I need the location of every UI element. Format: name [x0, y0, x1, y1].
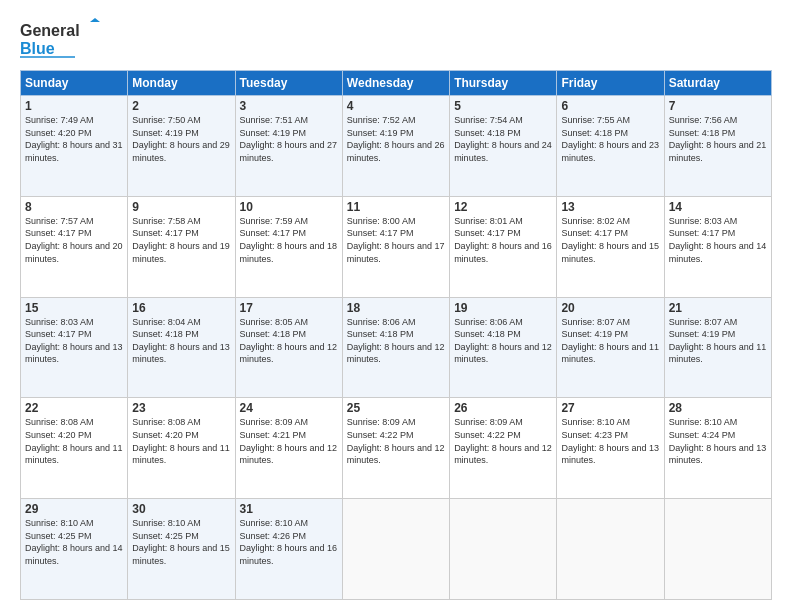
- day-info: Sunrise: 8:04 AMSunset: 4:18 PMDaylight:…: [132, 316, 230, 366]
- day-info: Sunrise: 7:52 AMSunset: 4:19 PMDaylight:…: [347, 114, 445, 164]
- week-row-2: 8Sunrise: 7:57 AMSunset: 4:17 PMDaylight…: [21, 196, 772, 297]
- logo-svg: General Blue: [20, 18, 110, 60]
- day-info: Sunrise: 8:09 AMSunset: 4:21 PMDaylight:…: [240, 416, 338, 466]
- header: General Blue: [20, 18, 772, 60]
- day-info: Sunrise: 8:08 AMSunset: 4:20 PMDaylight:…: [25, 416, 123, 466]
- day-info: Sunrise: 8:07 AMSunset: 4:19 PMDaylight:…: [561, 316, 659, 366]
- day-cell: 7Sunrise: 7:56 AMSunset: 4:18 PMDaylight…: [664, 96, 771, 197]
- day-number: 28: [669, 401, 767, 415]
- svg-marker-1: [90, 18, 100, 22]
- day-cell: 31Sunrise: 8:10 AMSunset: 4:26 PMDayligh…: [235, 499, 342, 600]
- day-info: Sunrise: 8:06 AMSunset: 4:18 PMDaylight:…: [347, 316, 445, 366]
- day-cell: 11Sunrise: 8:00 AMSunset: 4:17 PMDayligh…: [342, 196, 449, 297]
- day-info: Sunrise: 7:50 AMSunset: 4:19 PMDaylight:…: [132, 114, 230, 164]
- day-number: 18: [347, 301, 445, 315]
- day-cell: 5Sunrise: 7:54 AMSunset: 4:18 PMDaylight…: [450, 96, 557, 197]
- day-number: 21: [669, 301, 767, 315]
- day-info: Sunrise: 8:10 AMSunset: 4:25 PMDaylight:…: [132, 517, 230, 567]
- day-info: Sunrise: 7:55 AMSunset: 4:18 PMDaylight:…: [561, 114, 659, 164]
- day-info: Sunrise: 8:07 AMSunset: 4:19 PMDaylight:…: [669, 316, 767, 366]
- day-number: 16: [132, 301, 230, 315]
- day-number: 30: [132, 502, 230, 516]
- day-cell: 24Sunrise: 8:09 AMSunset: 4:21 PMDayligh…: [235, 398, 342, 499]
- day-info: Sunrise: 7:59 AMSunset: 4:17 PMDaylight:…: [240, 215, 338, 265]
- day-cell: 15Sunrise: 8:03 AMSunset: 4:17 PMDayligh…: [21, 297, 128, 398]
- day-info: Sunrise: 7:54 AMSunset: 4:18 PMDaylight:…: [454, 114, 552, 164]
- day-info: Sunrise: 8:10 AMSunset: 4:26 PMDaylight:…: [240, 517, 338, 567]
- day-cell: 26Sunrise: 8:09 AMSunset: 4:22 PMDayligh…: [450, 398, 557, 499]
- day-number: 15: [25, 301, 123, 315]
- day-number: 20: [561, 301, 659, 315]
- week-row-4: 22Sunrise: 8:08 AMSunset: 4:20 PMDayligh…: [21, 398, 772, 499]
- day-cell: 30Sunrise: 8:10 AMSunset: 4:25 PMDayligh…: [128, 499, 235, 600]
- column-header-monday: Monday: [128, 71, 235, 96]
- day-number: 6: [561, 99, 659, 113]
- day-cell: 9Sunrise: 7:58 AMSunset: 4:17 PMDaylight…: [128, 196, 235, 297]
- day-info: Sunrise: 7:51 AMSunset: 4:19 PMDaylight:…: [240, 114, 338, 164]
- day-number: 5: [454, 99, 552, 113]
- day-info: Sunrise: 7:56 AMSunset: 4:18 PMDaylight:…: [669, 114, 767, 164]
- day-number: 19: [454, 301, 552, 315]
- svg-text:General: General: [20, 22, 80, 39]
- column-header-thursday: Thursday: [450, 71, 557, 96]
- day-number: 31: [240, 502, 338, 516]
- day-number: 14: [669, 200, 767, 214]
- day-info: Sunrise: 8:09 AMSunset: 4:22 PMDaylight:…: [454, 416, 552, 466]
- day-cell: 14Sunrise: 8:03 AMSunset: 4:17 PMDayligh…: [664, 196, 771, 297]
- calendar-header-row: SundayMondayTuesdayWednesdayThursdayFrid…: [21, 71, 772, 96]
- day-cell: 28Sunrise: 8:10 AMSunset: 4:24 PMDayligh…: [664, 398, 771, 499]
- day-info: Sunrise: 8:10 AMSunset: 4:25 PMDaylight:…: [25, 517, 123, 567]
- day-cell: [664, 499, 771, 600]
- day-cell: 16Sunrise: 8:04 AMSunset: 4:18 PMDayligh…: [128, 297, 235, 398]
- week-row-5: 29Sunrise: 8:10 AMSunset: 4:25 PMDayligh…: [21, 499, 772, 600]
- day-number: 7: [669, 99, 767, 113]
- day-cell: 12Sunrise: 8:01 AMSunset: 4:17 PMDayligh…: [450, 196, 557, 297]
- day-number: 10: [240, 200, 338, 214]
- day-cell: 25Sunrise: 8:09 AMSunset: 4:22 PMDayligh…: [342, 398, 449, 499]
- day-cell: 22Sunrise: 8:08 AMSunset: 4:20 PMDayligh…: [21, 398, 128, 499]
- day-cell: 23Sunrise: 8:08 AMSunset: 4:20 PMDayligh…: [128, 398, 235, 499]
- day-number: 23: [132, 401, 230, 415]
- column-header-tuesday: Tuesday: [235, 71, 342, 96]
- day-number: 27: [561, 401, 659, 415]
- day-number: 9: [132, 200, 230, 214]
- day-number: 3: [240, 99, 338, 113]
- week-row-3: 15Sunrise: 8:03 AMSunset: 4:17 PMDayligh…: [21, 297, 772, 398]
- day-info: Sunrise: 8:10 AMSunset: 4:23 PMDaylight:…: [561, 416, 659, 466]
- column-header-wednesday: Wednesday: [342, 71, 449, 96]
- day-cell: 13Sunrise: 8:02 AMSunset: 4:17 PMDayligh…: [557, 196, 664, 297]
- day-number: 22: [25, 401, 123, 415]
- day-cell: 3Sunrise: 7:51 AMSunset: 4:19 PMDaylight…: [235, 96, 342, 197]
- day-cell: 8Sunrise: 7:57 AMSunset: 4:17 PMDaylight…: [21, 196, 128, 297]
- day-info: Sunrise: 7:57 AMSunset: 4:17 PMDaylight:…: [25, 215, 123, 265]
- day-info: Sunrise: 8:03 AMSunset: 4:17 PMDaylight:…: [669, 215, 767, 265]
- day-cell: 20Sunrise: 8:07 AMSunset: 4:19 PMDayligh…: [557, 297, 664, 398]
- day-info: Sunrise: 8:06 AMSunset: 4:18 PMDaylight:…: [454, 316, 552, 366]
- column-header-sunday: Sunday: [21, 71, 128, 96]
- svg-text:Blue: Blue: [20, 40, 55, 57]
- day-cell: 27Sunrise: 8:10 AMSunset: 4:23 PMDayligh…: [557, 398, 664, 499]
- day-info: Sunrise: 8:02 AMSunset: 4:17 PMDaylight:…: [561, 215, 659, 265]
- day-number: 12: [454, 200, 552, 214]
- column-header-saturday: Saturday: [664, 71, 771, 96]
- day-number: 8: [25, 200, 123, 214]
- calendar-table: SundayMondayTuesdayWednesdayThursdayFrid…: [20, 70, 772, 600]
- day-cell: [450, 499, 557, 600]
- day-cell: 18Sunrise: 8:06 AMSunset: 4:18 PMDayligh…: [342, 297, 449, 398]
- day-number: 13: [561, 200, 659, 214]
- day-info: Sunrise: 8:01 AMSunset: 4:17 PMDaylight:…: [454, 215, 552, 265]
- day-cell: 2Sunrise: 7:50 AMSunset: 4:19 PMDaylight…: [128, 96, 235, 197]
- day-number: 25: [347, 401, 445, 415]
- day-cell: [342, 499, 449, 600]
- day-cell: 17Sunrise: 8:05 AMSunset: 4:18 PMDayligh…: [235, 297, 342, 398]
- day-cell: 19Sunrise: 8:06 AMSunset: 4:18 PMDayligh…: [450, 297, 557, 398]
- page: General Blue SundayMondayTuesdayWednesda…: [0, 0, 792, 612]
- day-number: 17: [240, 301, 338, 315]
- day-number: 11: [347, 200, 445, 214]
- day-number: 1: [25, 99, 123, 113]
- column-header-friday: Friday: [557, 71, 664, 96]
- day-number: 29: [25, 502, 123, 516]
- day-info: Sunrise: 8:09 AMSunset: 4:22 PMDaylight:…: [347, 416, 445, 466]
- day-cell: 1Sunrise: 7:49 AMSunset: 4:20 PMDaylight…: [21, 96, 128, 197]
- logo: General Blue: [20, 18, 110, 60]
